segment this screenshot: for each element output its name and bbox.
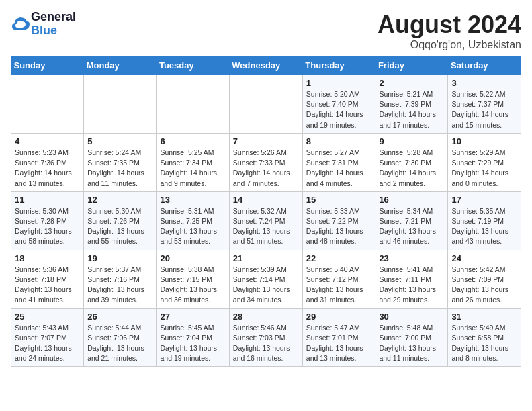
day-number: 1 xyxy=(306,78,372,88)
page-header: General Blue August 2024 Oqqo'rg'on, Uzb… xyxy=(11,11,521,51)
day-info: Sunrise: 5:33 AM Sunset: 7:22 PM Dayligh… xyxy=(306,206,372,247)
day-info: Sunrise: 5:36 AM Sunset: 7:18 PM Dayligh… xyxy=(15,265,80,306)
weekday-header-saturday: Saturday xyxy=(448,56,521,75)
day-number: 10 xyxy=(451,136,517,146)
weekday-header-row: SundayMondayTuesdayWednesdayThursdayFrid… xyxy=(11,56,521,75)
day-number: 15 xyxy=(306,195,372,205)
day-number: 14 xyxy=(233,195,299,205)
calendar-cell: 23Sunrise: 5:41 AM Sunset: 7:11 PM Dayli… xyxy=(375,250,448,308)
weekday-header-wednesday: Wednesday xyxy=(229,56,302,75)
title-block: August 2024 Oqqo'rg'on, Uzbekistan xyxy=(378,11,521,51)
logo-line1: General xyxy=(31,11,76,24)
calendar-week-row: 4Sunrise: 5:23 AM Sunset: 7:36 PM Daylig… xyxy=(11,133,521,191)
calendar-cell: 1Sunrise: 5:20 AM Sunset: 7:40 PM Daylig… xyxy=(302,75,375,134)
day-info: Sunrise: 5:29 AM Sunset: 7:29 PM Dayligh… xyxy=(451,148,517,189)
calendar-cell: 28Sunrise: 5:46 AM Sunset: 7:03 PM Dayli… xyxy=(229,308,302,367)
day-info: Sunrise: 5:21 AM Sunset: 7:39 PM Dayligh… xyxy=(379,89,444,130)
calendar-cell: 22Sunrise: 5:40 AM Sunset: 7:12 PM Dayli… xyxy=(302,250,375,308)
day-info: Sunrise: 5:45 AM Sunset: 7:04 PM Dayligh… xyxy=(160,323,225,364)
calendar-week-row: 1Sunrise: 5:20 AM Sunset: 7:40 PM Daylig… xyxy=(11,75,521,134)
day-number: 13 xyxy=(160,195,225,205)
calendar-cell: 15Sunrise: 5:33 AM Sunset: 7:22 PM Dayli… xyxy=(302,191,375,250)
day-number: 4 xyxy=(15,136,80,146)
day-info: Sunrise: 5:44 AM Sunset: 7:06 PM Dayligh… xyxy=(87,323,152,364)
location: Oqqo'rg'on, Uzbekistan xyxy=(378,39,521,51)
calendar-week-row: 11Sunrise: 5:30 AM Sunset: 7:28 PM Dayli… xyxy=(11,191,521,250)
calendar-table: SundayMondayTuesdayWednesdayThursdayFrid… xyxy=(11,56,521,367)
day-number: 25 xyxy=(15,312,80,322)
day-info: Sunrise: 5:25 AM Sunset: 7:34 PM Dayligh… xyxy=(160,148,225,189)
calendar-cell: 2Sunrise: 5:21 AM Sunset: 7:39 PM Daylig… xyxy=(375,75,448,134)
weekday-header-sunday: Sunday xyxy=(11,56,84,75)
calendar-cell: 4Sunrise: 5:23 AM Sunset: 7:36 PM Daylig… xyxy=(11,133,84,191)
day-info: Sunrise: 5:30 AM Sunset: 7:26 PM Dayligh… xyxy=(87,206,152,247)
day-number: 19 xyxy=(87,253,152,263)
day-info: Sunrise: 5:38 AM Sunset: 7:15 PM Dayligh… xyxy=(160,265,225,306)
calendar-cell: 11Sunrise: 5:30 AM Sunset: 7:28 PM Dayli… xyxy=(11,191,84,250)
day-number: 8 xyxy=(306,136,372,146)
day-info: Sunrise: 5:24 AM Sunset: 7:35 PM Dayligh… xyxy=(87,148,152,189)
weekday-header-thursday: Thursday xyxy=(302,56,375,75)
day-number: 3 xyxy=(451,78,517,88)
month-year: August 2024 xyxy=(378,11,521,39)
weekday-header-friday: Friday xyxy=(375,56,448,75)
day-number: 17 xyxy=(451,195,517,205)
day-number: 7 xyxy=(233,136,299,146)
day-info: Sunrise: 5:30 AM Sunset: 7:28 PM Dayligh… xyxy=(15,206,80,247)
calendar-cell: 19Sunrise: 5:37 AM Sunset: 7:16 PM Dayli… xyxy=(84,250,157,308)
day-info: Sunrise: 5:48 AM Sunset: 7:00 PM Dayligh… xyxy=(379,323,444,364)
day-number: 5 xyxy=(87,136,152,146)
weekday-header-tuesday: Tuesday xyxy=(157,56,229,75)
day-info: Sunrise: 5:20 AM Sunset: 7:40 PM Dayligh… xyxy=(306,89,372,130)
calendar-cell: 10Sunrise: 5:29 AM Sunset: 7:29 PM Dayli… xyxy=(448,133,521,191)
day-info: Sunrise: 5:34 AM Sunset: 7:21 PM Dayligh… xyxy=(379,206,444,247)
day-number: 31 xyxy=(451,312,517,322)
day-info: Sunrise: 5:40 AM Sunset: 7:12 PM Dayligh… xyxy=(306,265,372,306)
day-info: Sunrise: 5:41 AM Sunset: 7:11 PM Dayligh… xyxy=(379,265,444,306)
day-number: 27 xyxy=(160,312,225,322)
calendar-cell: 6Sunrise: 5:25 AM Sunset: 7:34 PM Daylig… xyxy=(157,133,229,191)
logo: General Blue xyxy=(11,11,76,38)
day-info: Sunrise: 5:23 AM Sunset: 7:36 PM Dayligh… xyxy=(15,148,80,189)
day-number: 26 xyxy=(87,312,152,322)
calendar-cell: 24Sunrise: 5:42 AM Sunset: 7:09 PM Dayli… xyxy=(448,250,521,308)
weekday-header-monday: Monday xyxy=(84,56,157,75)
calendar-cell: 21Sunrise: 5:39 AM Sunset: 7:14 PM Dayli… xyxy=(229,250,302,308)
calendar-cell: 31Sunrise: 5:49 AM Sunset: 6:58 PM Dayli… xyxy=(448,308,521,367)
day-info: Sunrise: 5:43 AM Sunset: 7:07 PM Dayligh… xyxy=(15,323,80,364)
day-number: 21 xyxy=(233,253,299,263)
day-info: Sunrise: 5:27 AM Sunset: 7:31 PM Dayligh… xyxy=(306,148,372,189)
calendar-cell: 13Sunrise: 5:31 AM Sunset: 7:25 PM Dayli… xyxy=(157,191,229,250)
day-info: Sunrise: 5:49 AM Sunset: 6:58 PM Dayligh… xyxy=(451,323,517,364)
day-number: 18 xyxy=(15,253,80,263)
logo-icon xyxy=(11,15,30,34)
day-number: 22 xyxy=(306,253,372,263)
calendar-cell: 14Sunrise: 5:32 AM Sunset: 7:24 PM Dayli… xyxy=(229,191,302,250)
calendar-cell: 7Sunrise: 5:26 AM Sunset: 7:33 PM Daylig… xyxy=(229,133,302,191)
day-number: 12 xyxy=(87,195,152,205)
calendar-cell xyxy=(11,75,84,134)
logo-line2: Blue xyxy=(31,24,76,38)
calendar-cell: 30Sunrise: 5:48 AM Sunset: 7:00 PM Dayli… xyxy=(375,308,448,367)
day-info: Sunrise: 5:39 AM Sunset: 7:14 PM Dayligh… xyxy=(233,265,299,306)
day-number: 29 xyxy=(306,312,372,322)
calendar-cell xyxy=(229,75,302,134)
day-number: 9 xyxy=(379,136,444,146)
calendar-cell: 27Sunrise: 5:45 AM Sunset: 7:04 PM Dayli… xyxy=(157,308,229,367)
day-info: Sunrise: 5:31 AM Sunset: 7:25 PM Dayligh… xyxy=(160,206,225,247)
day-info: Sunrise: 5:28 AM Sunset: 7:30 PM Dayligh… xyxy=(379,148,444,189)
calendar-cell: 18Sunrise: 5:36 AM Sunset: 7:18 PM Dayli… xyxy=(11,250,84,308)
calendar-cell: 26Sunrise: 5:44 AM Sunset: 7:06 PM Dayli… xyxy=(84,308,157,367)
calendar-week-row: 25Sunrise: 5:43 AM Sunset: 7:07 PM Dayli… xyxy=(11,308,521,367)
calendar-cell: 16Sunrise: 5:34 AM Sunset: 7:21 PM Dayli… xyxy=(375,191,448,250)
calendar-cell: 8Sunrise: 5:27 AM Sunset: 7:31 PM Daylig… xyxy=(302,133,375,191)
calendar-cell: 25Sunrise: 5:43 AM Sunset: 7:07 PM Dayli… xyxy=(11,308,84,367)
day-info: Sunrise: 5:32 AM Sunset: 7:24 PM Dayligh… xyxy=(233,206,299,247)
day-number: 16 xyxy=(379,195,444,205)
day-number: 6 xyxy=(160,136,225,146)
calendar-cell: 29Sunrise: 5:47 AM Sunset: 7:01 PM Dayli… xyxy=(302,308,375,367)
day-info: Sunrise: 5:22 AM Sunset: 7:37 PM Dayligh… xyxy=(451,89,517,130)
day-info: Sunrise: 5:37 AM Sunset: 7:16 PM Dayligh… xyxy=(87,265,152,306)
calendar-week-row: 18Sunrise: 5:36 AM Sunset: 7:18 PM Dayli… xyxy=(11,250,521,308)
calendar-cell: 3Sunrise: 5:22 AM Sunset: 7:37 PM Daylig… xyxy=(448,75,521,134)
